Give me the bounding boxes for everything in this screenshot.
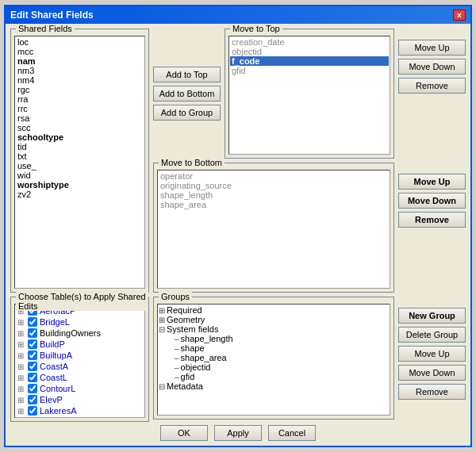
tree-expand-icon[interactable]: –	[175, 335, 179, 343]
add-to-group-button[interactable]: Add to Group	[153, 105, 221, 121]
shared-fields-item[interactable]: rrc	[16, 104, 144, 113]
move-down-top-button[interactable]: Move Down	[398, 59, 466, 75]
shared-fields-item[interactable]: schooltype	[16, 132, 144, 142]
move-to-bottom-item[interactable]: shape_area	[159, 200, 389, 209]
tables-label: Choose Table(s) to Apply Shared Edits	[16, 292, 148, 311]
table-name: CoastL	[40, 373, 67, 382]
move-to-bottom-item[interactable]: originating_source	[159, 181, 389, 190]
shared-fields-item[interactable]: rsa	[16, 113, 144, 123]
expand-icon[interactable]: ⊞	[17, 362, 25, 371]
group-item[interactable]: ⊟System fields	[159, 324, 389, 334]
move-up-top-button[interactable]: Move Up	[398, 40, 466, 56]
edit-shared-fields-dialog: Edit Shared Fields × Shared Fields locmc…	[4, 5, 472, 447]
add-to-top-button[interactable]: Add to Top	[153, 67, 221, 82]
table-item[interactable]: ⊞BuildingOwners	[16, 328, 144, 339]
shared-fields-item[interactable]: nm4	[16, 75, 144, 85]
table-item[interactable]: ⊞LakeresA	[16, 405, 144, 416]
group-name: shape_length	[181, 334, 233, 343]
move-to-top-item[interactable]: gfid	[230, 66, 389, 75]
tree-expand-icon[interactable]: –	[175, 354, 179, 362]
shared-fields-item[interactable]: loc	[16, 37, 144, 47]
table-item[interactable]: ⊞BuildP	[16, 339, 144, 350]
remove-bottom-button[interactable]: Remove	[398, 384, 466, 400]
shared-fields-item[interactable]: nam	[16, 56, 144, 66]
move-to-bottom-item[interactable]: operator	[159, 171, 389, 181]
move-to-top-item[interactable]: creation_date	[230, 37, 389, 47]
expand-icon[interactable]: ⊞	[17, 385, 25, 393]
table-item[interactable]: ⊞BridgeL	[16, 316, 144, 328]
table-item[interactable]: ⊞BuiltupA	[16, 350, 144, 361]
table-item[interactable]: ⊞CoastA	[16, 361, 144, 372]
table-item[interactable]: ⊞ContourL	[16, 383, 144, 394]
group-item[interactable]: –shape_area	[159, 353, 389, 362]
close-button[interactable]: ×	[453, 10, 466, 21]
apply-button[interactable]: Apply	[214, 425, 262, 441]
table-item[interactable]: ⊞CoastL	[16, 372, 144, 383]
shared-fields-item[interactable]: rgc	[16, 85, 144, 94]
table-item[interactable]: ⊞ElevP	[16, 394, 144, 405]
tables-list[interactable]: ⊞AerofacP⊞BridgeL⊞BuildingOwners⊞BuildP⊞…	[14, 304, 145, 418]
move-to-top-item[interactable]: objectid	[230, 47, 389, 56]
shared-fields-item[interactable]: scc	[16, 123, 144, 132]
table-checkbox[interactable]	[28, 395, 37, 404]
group-item[interactable]: –gfid	[159, 372, 389, 381]
shared-fields-item[interactable]: wid	[16, 170, 144, 180]
table-checkbox[interactable]	[28, 339, 37, 349]
table-checkbox[interactable]	[28, 362, 37, 371]
remove-middle-button[interactable]: Remove	[398, 212, 466, 228]
tree-expand-icon[interactable]: ⊞	[159, 306, 165, 315]
delete-group-button[interactable]: Delete Group	[398, 327, 466, 343]
shared-fields-item[interactable]: nm3	[16, 66, 144, 75]
table-checkbox[interactable]	[28, 373, 37, 382]
shared-fields-item[interactable]: rra	[16, 94, 144, 104]
tree-expand-icon[interactable]: –	[175, 373, 179, 381]
shared-fields-item[interactable]: mcc	[16, 47, 144, 56]
tree-expand-icon[interactable]: –	[175, 344, 179, 353]
expand-icon[interactable]: ⊞	[17, 318, 25, 327]
tree-expand-icon[interactable]: –	[175, 363, 179, 372]
remove-top-button[interactable]: Remove	[398, 78, 466, 94]
shared-fields-item[interactable]: tid	[16, 142, 144, 151]
expand-icon[interactable]: ⊞	[17, 329, 25, 338]
move-to-top-list[interactable]: creation_dateobjectidf_codegfid	[228, 36, 390, 155]
table-checkbox[interactable]	[28, 328, 37, 338]
table-checkbox[interactable]	[28, 384, 37, 393]
group-name: Metadata	[167, 381, 203, 391]
group-item[interactable]: ⊞Geometry	[159, 315, 389, 324]
table-name: CoastA	[40, 362, 68, 371]
expand-icon[interactable]: ⊞	[17, 340, 25, 349]
expand-icon[interactable]: ⊞	[17, 351, 25, 360]
table-checkbox[interactable]	[28, 317, 37, 327]
table-checkbox[interactable]	[28, 350, 37, 360]
group-item[interactable]: ⊞Required	[159, 305, 389, 315]
move-up-bottom-button[interactable]: Move Up	[398, 346, 466, 362]
group-name: shape_area	[181, 353, 227, 362]
move-to-bottom-item[interactable]: shape_length	[159, 190, 389, 200]
table-checkbox[interactable]	[28, 406, 37, 416]
move-down-middle-button[interactable]: Move Down	[398, 193, 466, 209]
tree-expand-icon[interactable]: ⊞	[159, 316, 165, 324]
groups-list[interactable]: ⊞Required⊞Geometry⊟System fields–shape_l…	[157, 304, 390, 416]
tree-expand-icon[interactable]: ⊟	[159, 382, 165, 391]
shared-fields-list[interactable]: locmccnamnm3nm4rgcrrarrcrsasccschooltype…	[14, 36, 145, 289]
ok-button[interactable]: OK	[160, 425, 208, 441]
move-to-bottom-list[interactable]: operatororiginating_sourceshape_lengthsh…	[157, 170, 390, 289]
group-item[interactable]: –shape	[159, 343, 389, 353]
expand-icon[interactable]: ⊞	[17, 407, 25, 416]
move-up-middle-button[interactable]: Move Up	[398, 174, 466, 190]
shared-fields-item[interactable]: worshiptype	[16, 180, 144, 190]
tree-expand-icon[interactable]: ⊟	[159, 325, 165, 334]
shared-fields-item[interactable]: zv2	[16, 190, 144, 199]
expand-icon[interactable]: ⊞	[17, 396, 25, 404]
new-group-button[interactable]: New Group	[398, 308, 466, 324]
add-to-bottom-button[interactable]: Add to Bottom	[153, 86, 221, 102]
cancel-button[interactable]: Cancel	[268, 425, 316, 441]
expand-icon[interactable]: ⊞	[17, 373, 25, 382]
group-item[interactable]: ⊟Metadata	[159, 381, 389, 391]
shared-fields-item[interactable]: use_	[16, 161, 144, 170]
group-item[interactable]: –objectid	[159, 362, 389, 372]
move-down-bottom-button[interactable]: Move Down	[398, 365, 466, 381]
group-item[interactable]: –shape_length	[159, 334, 389, 343]
shared-fields-item[interactable]: txt	[16, 151, 144, 161]
move-to-top-item[interactable]: f_code	[230, 56, 389, 66]
